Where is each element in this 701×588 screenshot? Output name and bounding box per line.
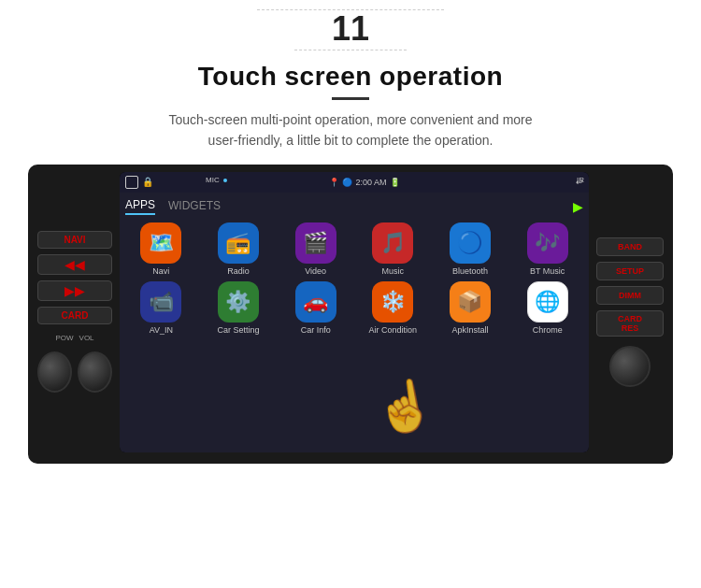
app-aircondition[interactable]: ❄️ Air Condition [357, 281, 429, 335]
title-underline [332, 97, 369, 100]
bt-icon: 🔵 [342, 178, 352, 187]
bluetooth-icon: 🔵 [450, 222, 491, 264]
card-button[interactable]: CARD [37, 307, 112, 324]
tab-apps[interactable]: APPS [125, 198, 155, 215]
chrome-label: Chrome [533, 325, 563, 335]
app-apkinstall[interactable]: 📦 ApkInstall [435, 281, 507, 335]
card-res-button[interactable]: CARDRES [596, 310, 664, 337]
lock-icon: 🔒 [142, 177, 153, 187]
vol-knob[interactable] [78, 351, 112, 393]
top-section: 11 Touch screen operation Touch-screen m… [0, 0, 701, 165]
bluetooth-label: Bluetooth [452, 266, 488, 276]
radio-label: Radio [227, 266, 250, 276]
aircondition-label: Air Condition [369, 325, 418, 335]
vol-label: VOL [79, 334, 94, 342]
app-carsetting[interactable]: ⚙️ Car Setting [203, 281, 275, 335]
app-btmusic[interactable]: 🎶 BT Music [511, 222, 583, 276]
tab-widgets[interactable]: WIDGETS [168, 199, 221, 214]
car-unit: MIC IR NAVI ◀◀ ▶▶ CARD POW VOL 🔒 📍 🔵 [28, 165, 673, 464]
home-icon[interactable] [125, 176, 138, 189]
music-icon: 🎵 [372, 222, 413, 264]
app-video[interactable]: 🎬 Video [279, 222, 351, 276]
ir-label: IR [577, 176, 584, 184]
navi-label: Navi [152, 266, 169, 276]
radio-icon: 📻 [218, 222, 259, 264]
left-panel: NAVI ◀◀ ▶▶ CARD POW VOL [37, 231, 112, 393]
app-carinfo[interactable]: 🚗 Car Info [279, 281, 351, 335]
app-navi[interactable]: 🗺️ Navi [125, 222, 197, 276]
avin-label: AV_IN [150, 325, 173, 335]
prev-button[interactable]: ◀◀ [37, 254, 112, 275]
status-time: 2:00 AM [355, 178, 386, 187]
dimm-button[interactable]: DIMM [596, 286, 664, 305]
step-number-container: 11 [257, 9, 444, 50]
app-music[interactable]: 🎵 Music [357, 222, 429, 276]
btmusic-icon: 🎶 [527, 222, 568, 264]
page-title: Touch screen operation [198, 62, 503, 92]
carinfo-label: Car Info [301, 325, 331, 335]
dashed-line-bottom [294, 50, 407, 50]
pow-label: POW [55, 334, 73, 342]
app-chrome[interactable]: 🌐 Chrome [511, 281, 583, 335]
btmusic-label: BT Music [530, 266, 565, 276]
video-icon: 🎬 [295, 222, 336, 264]
location-icon: 📍 [329, 178, 339, 187]
app-radio[interactable]: 📻 Radio [203, 222, 275, 276]
carsetting-icon: ⚙️ [218, 281, 259, 323]
pow-knob[interactable] [37, 351, 72, 393]
avin-icon: 📹 [140, 281, 181, 323]
music-label: Music [382, 266, 405, 276]
apps-area: APPS WIDGETS ▶ 🗺️ Navi 📻 Radio 🎬 Video [120, 193, 589, 452]
right-knob[interactable] [609, 346, 651, 387]
right-panel: BAND SETUP DIMM CARDRES [596, 237, 664, 387]
aircondition-icon: ❄️ [372, 281, 413, 323]
navi-icon: 🗺️ [140, 222, 181, 264]
screen-area: 🔒 📍 🔵 2:00 AM 🔋 ↩ APPS WIDGETS ▶ [120, 172, 589, 452]
statusbar-left: 🔒 [125, 176, 153, 189]
app-avin[interactable]: 📹 AV_IN [125, 281, 197, 335]
app-bluetooth[interactable]: 🔵 Bluetooth [435, 222, 507, 276]
carsetting-label: Car Setting [217, 325, 259, 335]
video-label: Video [305, 266, 326, 276]
next-button[interactable]: ▶▶ [37, 280, 112, 301]
statusbar-center: 📍 🔵 2:00 AM 🔋 [329, 178, 399, 187]
navi-button[interactable]: NAVI [37, 231, 112, 249]
chrome-icon: 🌐 [527, 281, 568, 323]
android-status-bar: 🔒 📍 🔵 2:00 AM 🔋 ↩ [120, 172, 589, 193]
description: Touch-screen multi-point operation, more… [168, 109, 532, 151]
mic-label: MIC [206, 176, 227, 184]
step-number: 11 [332, 12, 369, 46]
apps-grid: 🗺️ Navi 📻 Radio 🎬 Video 🎵 Music 🔵 [125, 222, 583, 335]
band-button[interactable]: BAND [596, 237, 664, 256]
tabs-row: APPS WIDGETS ▶ [125, 198, 583, 215]
apkinstall-icon: 📦 [450, 281, 491, 323]
apkinstall-label: ApkInstall [451, 325, 488, 335]
carinfo-icon: 🚗 [295, 281, 336, 323]
battery-icon: 🔋 [390, 178, 400, 187]
play-store-icon[interactable]: ▶ [573, 199, 583, 214]
setup-button[interactable]: SETUP [596, 262, 664, 280]
